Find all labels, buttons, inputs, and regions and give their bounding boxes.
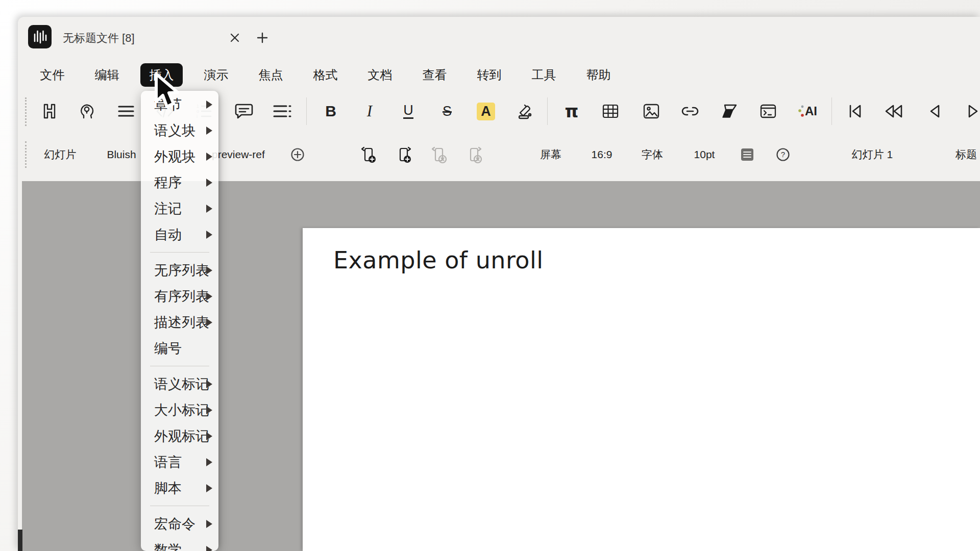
add-package-icon[interactable] [290,138,305,171]
insert-menu-item-18[interactable]: 宏命令 [141,511,218,537]
menubar-item-label: 格式 [313,67,338,83]
submenu-arrow-icon [206,101,212,109]
insert-menu-item-1[interactable]: 语义块 [141,117,218,143]
menubar-item-label: 查看 [423,67,447,83]
insert-menu-item-label: 语义标记 [154,375,209,393]
submenu-arrow-icon [206,546,212,551]
heading-icon[interactable] [38,100,61,122]
toolbar-separator [547,97,548,125]
slide-page[interactable]: Example of unroll [303,228,980,551]
skip-to-start-icon[interactable] [844,100,866,122]
font-size-button[interactable]: 10pt [694,138,715,171]
comment-icon[interactable] [233,100,255,122]
submenu-arrow-icon [206,266,212,274]
list-detail-icon[interactable] [271,100,293,122]
help-icon[interactable]: ? [776,138,790,171]
insert-menu-item-8[interactable]: 有序列表 [141,283,218,309]
italic-button[interactable]: I [358,100,381,122]
insert-slide-after-icon[interactable] [396,138,412,171]
submenu-arrow-icon [206,458,212,466]
insert-menu-item-4[interactable]: 注记 [141,195,218,221]
menubar-item-label: 编辑 [95,67,119,83]
font-button[interactable]: 字体 [642,138,663,171]
menubar: 文件编辑插入演示焦点格式文档查看转到工具帮助 [25,61,626,89]
insert-menu-item-2[interactable]: 外观块 [141,143,218,169]
theme-button[interactable]: Bluish [107,138,136,171]
field-indicator[interactable]: 标题 [955,138,977,171]
menubar-item-10[interactable]: 帮助 [571,61,626,89]
aspect-ratio-button[interactable]: 16:9 [592,138,612,171]
menubar-item-1[interactable]: 编辑 [80,61,134,89]
insert-menu-item-label: 有序列表 [154,287,209,306]
menubar-item-0[interactable]: 文件 [25,61,80,89]
slide-title-text[interactable]: Example of unroll [333,246,544,274]
menubar-item-label: 工具 [532,67,556,83]
menubar-item-label: 焦点 [259,67,283,83]
insert-menu-item-label: 语义块 [154,121,195,140]
insert-menu-item-label: 自动 [154,226,182,244]
screen-mode-button[interactable]: 屏幕 [540,138,561,171]
tab-title[interactable]: 无标题文件 [8] [63,31,135,46]
strikethrough-button[interactable]: S [436,100,458,122]
image-icon[interactable] [640,100,663,122]
menu-separator [141,247,218,257]
submenu-arrow-icon [206,179,212,187]
menubar-item-8[interactable]: 转到 [462,61,517,89]
bold-button[interactable]: B [320,100,342,122]
close-tab-icon[interactable] [226,29,243,46]
insert-menu-item-3[interactable]: 程序 [141,169,218,195]
insert-menu-item-14[interactable]: 外观标记 [141,423,218,449]
table-icon[interactable] [599,100,622,122]
slideshow-style-button[interactable]: 幻灯片 [44,138,77,171]
menubar-item-6[interactable]: 文档 [353,61,407,89]
insert-menu-item-12[interactable]: 语义标记 [141,371,218,397]
insert-menu-item-label: 语言 [154,453,182,471]
insert-menu-item-label: 数学 [154,541,182,551]
insert-menu-item-10[interactable]: 编号 [141,335,218,361]
math-pi-icon[interactable]: π [560,100,583,122]
toolbar-separator [306,97,307,125]
hamburger-menu-icon[interactable] [115,100,137,122]
ink-fill-icon[interactable] [513,100,536,122]
insert-menu-item-9[interactable]: 描述列表 [141,309,218,335]
underline-button[interactable]: U [397,100,420,122]
menubar-item-5[interactable]: 格式 [298,61,353,89]
link-icon[interactable] [679,100,701,122]
insert-menu-item-label: 外观块 [154,147,195,166]
idea-head-icon[interactable] [76,100,99,122]
menubar-item-label: 文档 [368,67,393,83]
insert-menu-item-19[interactable]: 数学 [141,537,218,551]
svg-text:?: ? [781,150,785,159]
submenu-arrow-icon [206,520,212,528]
insert-menu-item-5[interactable]: 自动 [141,221,218,247]
page-layout-icon[interactable] [740,138,754,171]
forward-icon[interactable] [962,100,980,122]
highlight-color-button[interactable]: A [475,100,497,122]
insert-slide-before-icon[interactable] [360,138,377,171]
new-tab-icon[interactable] [254,29,271,46]
back-icon[interactable] [923,100,946,122]
terminal-icon[interactable] [757,100,779,122]
insert-menu-item-label: 编号 [154,339,182,358]
menubar-item-7[interactable]: 查看 [407,61,462,89]
submenu-arrow-icon [206,292,212,300]
package-button[interactable]: preview-ref [212,138,265,171]
rewind-icon[interactable] [883,100,905,122]
menubar-item-label: 帮助 [586,67,611,83]
menubar-item-4[interactable]: 焦点 [243,61,298,89]
insert-menu-item-15[interactable]: 语言 [141,449,218,475]
fold-icon[interactable] [718,100,741,122]
menu-separator [141,361,218,371]
remove-slide-after-icon[interactable] [466,138,482,171]
slide-indicator[interactable]: 幻灯片 1 [852,138,893,171]
menubar-item-3[interactable]: 演示 [189,61,243,89]
window-edge [18,530,22,551]
remove-slide-before-icon[interactable] [431,138,447,171]
insert-menu-item-16[interactable]: 脚本 [141,475,218,501]
ai-icon[interactable]: AI [796,100,819,122]
insert-menu-item-13[interactable]: 大小标记 [141,397,218,423]
toolbar-drag-handle[interactable] [25,97,27,126]
menubar-item-9[interactable]: 工具 [517,61,571,89]
insert-menu-item-7[interactable]: 无序列表 [141,257,218,283]
app-logo-icon [28,25,52,48]
